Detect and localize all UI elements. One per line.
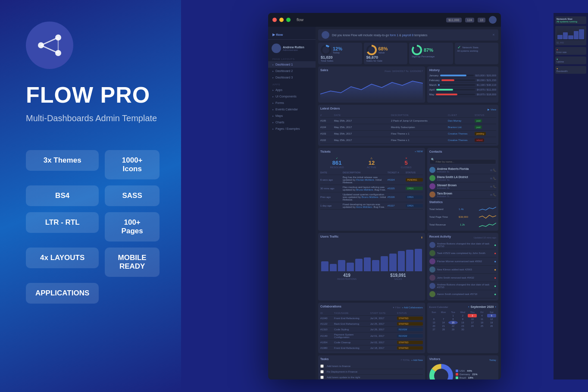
sidebar-item-components[interactable]: UI Components: [268, 93, 316, 100]
cal-day-19[interactable]: 19: [487, 321, 496, 324]
cal-day-28[interactable]: 28: [439, 328, 448, 331]
cal-day-2[interactable]: 2: [458, 314, 467, 317]
contact-info-1: Andrew Roberts Florida Indicator 5c: [437, 167, 488, 173]
cal-dow-wed: Wed: [458, 310, 467, 314]
cal-day-15[interactable]: 15: [448, 321, 457, 324]
cal-day-9[interactable]: 9: [458, 317, 467, 321]
task-checkbox-3[interactable]: [320, 376, 324, 379]
calendar-next[interactable]: ›: [495, 305, 496, 309]
task-checkbox-2[interactable]: [320, 370, 324, 373]
cal-day-18[interactable]: 18: [477, 321, 486, 324]
calendar-week-1: 1 2 3 4 5: [429, 314, 496, 317]
bar-4: [347, 263, 354, 271]
sidebar-item-dashboard2[interactable]: Dashboard 2: [268, 68, 316, 74]
sidebar-item-dashboard3[interactable]: Dashboard 3: [268, 74, 316, 81]
collab-name-3: Code Styling: [334, 328, 369, 331]
activity-title: Recent Activity: [429, 235, 451, 238]
cal-day-7[interactable]: 7: [439, 317, 448, 321]
bar-8: [381, 256, 388, 271]
cal-day-14[interactable]: 14: [439, 321, 448, 324]
collab-date-1: Jul 24, 2017: [370, 317, 396, 320]
sidebar-item-pages[interactable]: Pages / Examples: [268, 125, 316, 132]
cal-day-6[interactable]: 6: [429, 317, 438, 321]
feature-badge-apps: APPLICATIONS: [26, 283, 99, 304]
cal-day-26[interactable]: 26: [487, 324, 496, 328]
contact-mail-icon-3[interactable]: ✉: [490, 185, 492, 188]
cal-day-11[interactable]: 11: [477, 317, 486, 321]
ticket-time-2: 30 mins ago: [320, 187, 342, 190]
activity-avatar-1: [429, 242, 435, 248]
sidebar-item-calendar[interactable]: Events Calendar: [268, 106, 316, 113]
notif-text: Did you know Flow will include ready-to-…: [332, 34, 427, 37]
contact-phone-icon-2[interactable]: 📞: [493, 177, 496, 180]
cal-day-30[interactable]: 30: [458, 328, 467, 331]
brand-title: FLOW PRO: [26, 82, 160, 108]
tickets-new[interactable]: + NEW: [415, 150, 423, 155]
sales-chart-dates: From: 10/24/2017 To: 12/20/2017: [385, 70, 423, 72]
sidebar-section-page: Page Layouts: [268, 55, 316, 61]
cal-day-23[interactable]: 23: [458, 324, 467, 328]
topbar-title: flow: [297, 18, 303, 22]
history-bar-apr: [436, 89, 475, 91]
cal-day-3[interactable]: 3: [468, 314, 477, 317]
cal-day-20[interactable]: 20: [429, 324, 438, 328]
sidebar-item-maps[interactable]: Maps: [268, 113, 316, 119]
order-status-4: refund: [475, 138, 484, 142]
contact-actions-4: ✉ 📞: [490, 193, 496, 196]
sidebar-item-apps[interactable]: Apps: [268, 87, 316, 93]
contact-actions-3: ✉ 📞: [490, 185, 496, 188]
activity-item-6: Andrew Buttons changed the due date of t…: [429, 282, 496, 290]
tickets-th-num: TICKET #: [388, 171, 405, 174]
cal-day-4[interactable]: 4: [477, 314, 486, 317]
activity-text-7: Aaron Smith completed task #5710: [437, 293, 491, 295]
contact-info-2: Diana Smith LA District Indicator 4a: [437, 176, 488, 181]
contact-mail-icon-2[interactable]: ✉: [490, 177, 492, 180]
cal-day-17[interactable]: 17: [468, 321, 477, 324]
notif-close[interactable]: ✕: [492, 33, 495, 37]
cal-day-13[interactable]: 13: [429, 321, 438, 324]
bar-9: [389, 254, 397, 271]
cal-day-8[interactable]: 8: [448, 317, 457, 321]
activity-avatar-3: [429, 258, 435, 264]
cal-day-1[interactable]: 1: [448, 314, 457, 317]
sidebar-item-forms[interactable]: Forms: [268, 100, 316, 106]
collab-id-2: #1122: [320, 323, 333, 325]
orders-view-link[interactable]: ▶ View: [488, 108, 496, 111]
cal-day-24[interactable]: 24: [468, 324, 477, 328]
order-id-3: #103: [320, 132, 333, 135]
cal-day-10[interactable]: 10: [468, 317, 477, 321]
contact-meta-1: Indicator 5c: [437, 170, 488, 173]
visitors-today[interactable]: Today: [489, 359, 496, 361]
cal-day-27[interactable]: 27: [429, 328, 438, 331]
calendar-days-header: Sun Mon Tue Wed Thu Fri Sat: [429, 310, 496, 314]
stat-revenue-value: 1.2k: [460, 223, 465, 226]
cal-day-12[interactable]: 12: [487, 317, 496, 321]
contact-mail-icon-1[interactable]: ✉: [490, 169, 492, 172]
cal-day-5[interactable]: 5: [487, 314, 496, 317]
legend-dot-usa: [456, 370, 458, 372]
collab-row-1: #1040 Front End Refactoring Jul 24, 2017…: [320, 316, 423, 321]
contact-phone-icon-1[interactable]: 📞: [493, 169, 496, 172]
mock-contacts-card: Contacts 🔍 Andrew Roberts Florida Indica…: [427, 148, 498, 231]
cal-day-25[interactable]: 25: [477, 324, 486, 328]
sidebar-item-charts[interactable]: Charts: [268, 119, 316, 125]
cal-dow-sun: Sun: [429, 310, 438, 314]
contact-mail-icon-4[interactable]: ✉: [490, 193, 492, 196]
collab-name-6: Front End Refactoring: [334, 347, 369, 349]
cal-day-16[interactable]: 16: [458, 321, 467, 324]
contacts-search-input[interactable]: [429, 159, 496, 164]
task-checkbox-1[interactable]: [320, 364, 324, 368]
contact-phone-icon-3[interactable]: 📞: [493, 185, 496, 188]
history-bar-mar: [438, 84, 475, 86]
collab-add[interactable]: + Add Collaborators: [402, 306, 422, 309]
tasks-add-new[interactable]: + Add New: [411, 359, 423, 361]
cal-day-21[interactable]: 21: [439, 324, 448, 328]
contact-meta-2: Indicator 4a: [437, 179, 488, 181]
calendar-prev[interactable]: ‹: [468, 305, 469, 309]
cal-day-22[interactable]: 22: [448, 324, 457, 328]
contact-phone-icon-4[interactable]: 📞: [493, 193, 496, 196]
cal-day-29[interactable]: 29: [448, 328, 457, 331]
sidebar-item-dashboard1[interactable]: Dashboard 1: [268, 61, 316, 68]
brand-subtitle: Multi-Dashboards Admin Template: [26, 112, 160, 124]
mock-tasks-section: Tasks 7 TOTAL + Add New Add lorem to fin…: [318, 355, 498, 379]
